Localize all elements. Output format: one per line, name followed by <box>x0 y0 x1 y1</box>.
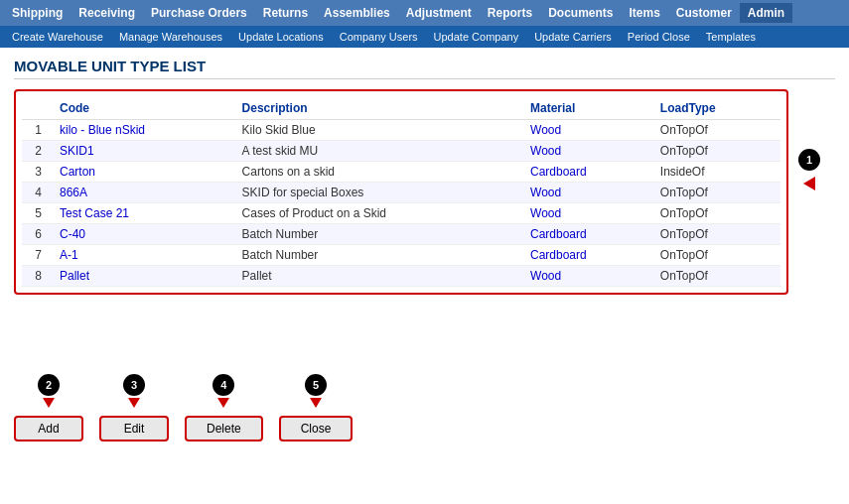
subnav-update-carriers[interactable]: Update Carriers <box>526 29 620 45</box>
table-row[interactable]: 7A-1Batch NumberCardboardOnTopOf <box>22 245 780 266</box>
annotation-2: 2 <box>38 374 60 408</box>
row-material: Wood <box>522 203 652 224</box>
annotation-5: 5 <box>305 374 327 408</box>
col-description: Description <box>234 97 522 120</box>
main-content: Movable Unit Type List Code Description … <box>0 48 849 461</box>
row-description: Batch Number <box>234 245 522 266</box>
edit-button-wrapper: 3 Edit <box>99 374 169 441</box>
top-navigation: Shipping Receiving Purchase Orders Retur… <box>0 0 849 26</box>
table-row[interactable]: 5Test Case 21Cases of Product on a SkidW… <box>22 203 780 224</box>
row-material: Cardboard <box>522 224 652 245</box>
delete-button[interactable]: Delete <box>185 416 263 441</box>
row-loadtype: OnTopOf <box>652 245 780 266</box>
subnav-create-warehouse[interactable]: Create Warehouse <box>4 29 111 45</box>
table-row[interactable]: 2SKID1A test skid MUWoodOnTopOf <box>22 141 780 162</box>
row-num: 3 <box>22 162 52 183</box>
row-material: Wood <box>522 266 652 287</box>
nav-receiving[interactable]: Receiving <box>71 3 143 23</box>
row-code[interactable]: SKID1 <box>52 141 234 162</box>
row-loadtype: InsideOf <box>652 162 780 183</box>
annotation-4-arrow <box>217 398 229 408</box>
close-button[interactable]: Close <box>279 416 354 441</box>
row-num: 4 <box>22 183 52 203</box>
row-description: Cases of Product on a Skid <box>234 203 522 224</box>
subnav-templates[interactable]: Templates <box>698 29 764 45</box>
row-material: Wood <box>522 183 652 203</box>
row-num: 8 <box>22 266 52 287</box>
row-code[interactable]: Test Case 21 <box>52 203 234 224</box>
col-loadtype: LoadType <box>652 97 780 120</box>
row-description: Cartons on a skid <box>234 162 522 183</box>
subnav-update-company[interactable]: Update Company <box>426 29 527 45</box>
annotation-1-arrow <box>803 177 815 190</box>
nav-admin[interactable]: Admin <box>740 3 792 23</box>
row-num: 6 <box>22 224 52 245</box>
table-row[interactable]: 3CartonCartons on a skidCardboardInsideO… <box>22 162 780 183</box>
subnav-company-users[interactable]: Company Users <box>332 29 426 45</box>
row-code[interactable]: kilo - Blue nSkid <box>52 120 234 141</box>
row-loadtype: OnTopOf <box>652 141 780 162</box>
row-description: Batch Number <box>234 224 522 245</box>
row-material: Cardboard <box>522 162 652 183</box>
nav-documents[interactable]: Documents <box>540 3 621 23</box>
row-num: 5 <box>22 203 52 224</box>
nav-items[interactable]: Items <box>621 3 667 23</box>
row-description: A test skid MU <box>234 141 522 162</box>
col-material: Material <box>522 97 652 120</box>
row-loadtype: OnTopOf <box>652 203 780 224</box>
subnav-period-close[interactable]: Period Close <box>620 29 698 45</box>
add-button[interactable]: Add <box>14 416 83 441</box>
edit-button[interactable]: Edit <box>99 416 169 441</box>
row-loadtype: OnTopOf <box>652 120 780 141</box>
table-row[interactable]: 6C-40Batch NumberCardboardOnTopOf <box>22 224 780 245</box>
buttons-area: 2 Add 3 Edit 4 Delete 5 <box>14 364 835 451</box>
annotation-3-arrow <box>128 398 140 408</box>
row-code[interactable]: C-40 <box>52 224 234 245</box>
row-code[interactable]: A-1 <box>52 245 234 266</box>
subnav-manage-warehouses[interactable]: Manage Warehouses <box>111 29 230 45</box>
delete-button-wrapper: 4 Delete <box>185 374 263 441</box>
row-code[interactable]: Pallet <box>52 266 234 287</box>
nav-assemblies[interactable]: Assemblies <box>316 3 398 23</box>
row-loadtype: OnTopOf <box>652 224 780 245</box>
row-loadtype: OnTopOf <box>652 266 780 287</box>
table-row[interactable]: 8PalletPalletWoodOnTopOf <box>22 266 780 287</box>
annotation-3: 3 <box>123 374 145 408</box>
annotation-5-arrow <box>310 398 322 408</box>
row-description: Kilo Skid Blue <box>234 120 522 141</box>
annotation-4: 4 <box>212 374 234 408</box>
nav-customer[interactable]: Customer <box>668 3 740 23</box>
annotation-2-arrow <box>43 398 55 408</box>
row-description: SKID for special Boxes <box>234 183 522 203</box>
row-code[interactable]: 866A <box>52 183 234 203</box>
page-title: Movable Unit Type List <box>14 58 835 79</box>
col-code: Code <box>52 97 234 120</box>
table-row[interactable]: 4866ASKID for special BoxesWoodOnTopOf <box>22 183 780 203</box>
annotation-1-area: 1 <box>798 149 820 190</box>
add-button-wrapper: 2 Add <box>14 374 83 441</box>
row-description: Pallet <box>234 266 522 287</box>
row-loadtype: OnTopOf <box>652 183 780 203</box>
subnav-update-locations[interactable]: Update Locations <box>230 29 332 45</box>
row-material: Wood <box>522 120 652 141</box>
nav-purchase-orders[interactable]: Purchase Orders <box>143 3 255 23</box>
col-num <box>22 97 52 120</box>
nav-adjustment[interactable]: Adjustment <box>398 3 480 23</box>
row-material: Wood <box>522 141 652 162</box>
row-material: Cardboard <box>522 245 652 266</box>
movable-unit-table-container: Code Description Material LoadType 1kilo… <box>14 89 788 295</box>
nav-shipping[interactable]: Shipping <box>4 3 71 23</box>
nav-reports[interactable]: Reports <box>480 3 540 23</box>
table-row[interactable]: 1kilo - Blue nSkidKilo Skid BlueWoodOnTo… <box>22 120 780 141</box>
movable-unit-table: Code Description Material LoadType 1kilo… <box>22 97 780 287</box>
close-button-wrapper: 5 Close <box>279 374 354 441</box>
nav-returns[interactable]: Returns <box>255 3 316 23</box>
row-num: 7 <box>22 245 52 266</box>
row-num: 1 <box>22 120 52 141</box>
row-code[interactable]: Carton <box>52 162 234 183</box>
sub-navigation: Create Warehouse Manage Warehouses Updat… <box>0 26 849 48</box>
row-num: 2 <box>22 141 52 162</box>
annotation-1-circle: 1 <box>798 149 820 171</box>
